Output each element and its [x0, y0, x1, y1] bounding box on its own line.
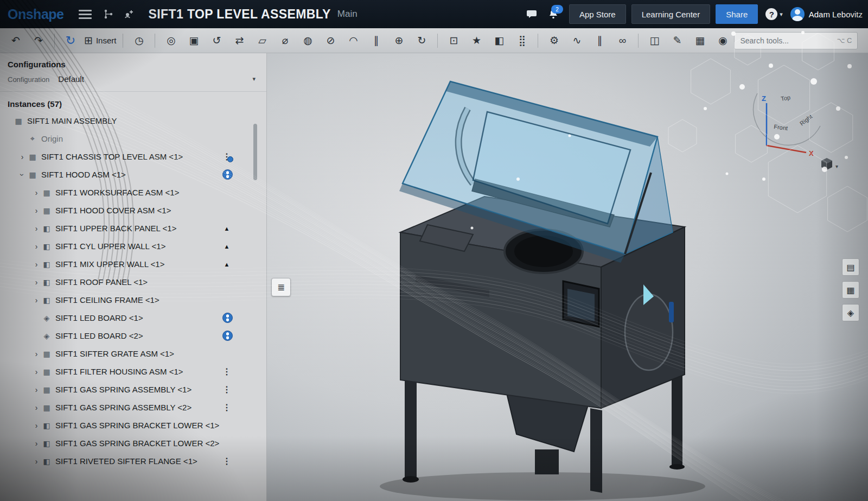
- interference-warning-icon[interactable]: ▲: [221, 243, 232, 250]
- chevron-right-icon[interactable]: ›: [31, 367, 41, 376]
- notes-panel-toggle[interactable]: ▤: [842, 258, 859, 276]
- chevron-right-icon[interactable]: ›: [31, 242, 41, 251]
- interference-warning-icon[interactable]: ▲: [221, 225, 232, 232]
- explode-icon[interactable]: ★: [466, 31, 487, 50]
- tree-item[interactable]: ›▦SIFT1 SIFTER GRATE ASM <1>: [0, 345, 266, 363]
- versions-icon[interactable]: [103, 9, 114, 20]
- tree-item[interactable]: ▦SIFT1 MAIN ASSEMBLY: [0, 112, 266, 130]
- named-views-icon[interactable]: ◉: [712, 31, 733, 50]
- slider-mate-icon[interactable]: ⇄: [229, 31, 250, 50]
- tree-item[interactable]: ◈SIFT1 LED BOARD <1>: [0, 309, 266, 327]
- bom-panel-toggle[interactable]: ▦: [842, 281, 859, 299]
- mate-connector-icon[interactable]: ⋮: [221, 403, 232, 412]
- redo-icon[interactable]: ↷: [28, 31, 49, 50]
- group-icon[interactable]: ▣: [183, 31, 204, 50]
- help-menu[interactable]: ? ▾: [765, 8, 783, 20]
- tree-item[interactable]: ›◧SIFT1 GAS SPRING BRACKET LOWER <1>: [0, 416, 266, 434]
- search-tools-input[interactable]: Search tools... ⌥ C: [734, 32, 858, 49]
- app-store-button[interactable]: App Store: [569, 4, 626, 24]
- revolute-mate-icon[interactable]: [222, 169, 233, 180]
- tree-item[interactable]: ›▦SIFT1 HOOD ASM <1>: [0, 166, 266, 183]
- learning-center-button[interactable]: Learning Center: [631, 4, 711, 24]
- revolute-mate-icon[interactable]: [222, 331, 233, 341]
- chevron-right-icon[interactable]: ›: [31, 350, 41, 358]
- insert-icon[interactable]: ⊞Insert: [83, 31, 117, 50]
- chevron-right-icon[interactable]: ›: [31, 296, 41, 305]
- rotate-part-icon[interactable]: ↻: [411, 31, 432, 50]
- gear-relation-icon[interactable]: ⚙: [544, 31, 564, 50]
- pin-slot-mate-icon[interactable]: ⊘: [320, 31, 341, 50]
- mate-connector-icon[interactable]: ⋮: [221, 385, 232, 394]
- tree-item[interactable]: ›◧SIFT1 RIVETED SIFTER FLANGE <1>⋮: [0, 452, 266, 470]
- chevron-right-icon[interactable]: ›: [31, 188, 41, 197]
- mate-connector-icon[interactable]: ⋮: [221, 367, 232, 376]
- tangent-mate-icon[interactable]: ◠: [343, 31, 363, 50]
- chevron-right-icon[interactable]: ›: [31, 260, 41, 269]
- tree-item-label: SIFT1 CYL UPPER WALL <1>: [55, 242, 165, 251]
- in-context-icon[interactable]: ⋮: [221, 153, 232, 161]
- tree-item[interactable]: ◈SIFT1 LED BOARD <2>: [0, 327, 266, 345]
- hamburger-menu-icon[interactable]: [79, 10, 92, 19]
- undo-icon[interactable]: ↶: [5, 31, 26, 50]
- follow-mode-icon[interactable]: [124, 9, 135, 20]
- user-avatar[interactable]: [790, 7, 805, 21]
- chevron-right-icon[interactable]: ›: [31, 439, 41, 448]
- tree-item[interactable]: ›▦SIFT1 FILTER HOUSING ASM <1>⋮: [0, 363, 266, 380]
- tree-item[interactable]: ›▦SIFT1 GAS SPRING ASSEMBLY <1>⋮: [0, 380, 266, 398]
- chevron-down-icon[interactable]: ›: [18, 170, 27, 180]
- tree-item[interactable]: ›◧SIFT1 GAS SPRING BRACKET LOWER <2>: [0, 434, 266, 452]
- revolute-mate-icon[interactable]: ↺: [206, 31, 227, 50]
- tree-item[interactable]: ›▦SIFT1 GAS SPRING ASSEMBLY <2>⋮: [0, 398, 266, 416]
- chevron-right-icon[interactable]: ›: [31, 224, 41, 233]
- revolute-mate-icon[interactable]: [222, 313, 233, 323]
- move-part-icon[interactable]: ⊕: [388, 31, 409, 50]
- assembly-icon: ▦: [41, 188, 52, 197]
- tree-item[interactable]: ›◧SIFT1 MIX UPPER WALL <1>▲: [0, 255, 266, 273]
- configuration-dropdown[interactable]: Configuration Default ▾: [0, 70, 266, 92]
- drawing-icon[interactable]: ✎: [667, 31, 687, 50]
- mate-icon[interactable]: ◎: [161, 31, 181, 50]
- rack-pinion-relation-icon[interactable]: ∥: [589, 31, 610, 50]
- chevron-right-icon[interactable]: ›: [31, 385, 41, 394]
- comments-icon[interactable]: [526, 9, 538, 20]
- chevron-right-icon[interactable]: ›: [31, 403, 41, 412]
- graphics-viewport[interactable]: [267, 53, 868, 501]
- chevron-right-icon[interactable]: ›: [31, 206, 41, 215]
- features-list-toggle[interactable]: ≣: [271, 278, 291, 296]
- snapshot-icon[interactable]: ⊡: [443, 31, 464, 50]
- panel-scrollbar[interactable]: [253, 124, 257, 180]
- tree-item[interactable]: ›▦SIFT1 WORKSURFACE ASM <1>: [0, 183, 266, 201]
- update-document-icon[interactable]: ↻: [60, 31, 81, 50]
- chevron-right-icon[interactable]: ›: [31, 421, 41, 430]
- display-states-icon[interactable]: ◧: [489, 31, 509, 50]
- configuration-panel-toggle[interactable]: ◈: [842, 304, 859, 321]
- screw-relation-icon[interactable]: ∿: [566, 31, 587, 50]
- tree-item[interactable]: ⌖Origin: [0, 130, 266, 148]
- interference-warning-icon[interactable]: ▲: [221, 261, 232, 268]
- tree-item-label: SIFT1 SIFTER GRATE ASM <1>: [55, 349, 174, 358]
- cylindrical-mate-icon[interactable]: ⌀: [275, 31, 295, 50]
- onshape-logo[interactable]: Onshape: [8, 7, 63, 22]
- tree-item[interactable]: ›▦SIFT1 HOOD COVER ASM <1>: [0, 201, 266, 219]
- notifications-bell-icon[interactable]: 2: [548, 9, 559, 20]
- chevron-right-icon[interactable]: ›: [31, 278, 41, 287]
- planar-mate-icon[interactable]: ▱: [252, 31, 272, 50]
- tree-item[interactable]: ›◧SIFT1 CEILING FRAME <1>: [0, 291, 266, 309]
- pattern-icon[interactable]: ⣿: [512, 31, 532, 50]
- assembly-icon: ▦: [41, 206, 52, 215]
- belt-relation-icon[interactable]: ∞: [612, 31, 633, 50]
- history-icon[interactable]: ◷: [129, 31, 149, 50]
- share-button[interactable]: Share: [716, 4, 758, 24]
- tree-item[interactable]: ›◧SIFT1 ROOF PANEL <1>: [0, 273, 266, 291]
- tree-item[interactable]: ›◧SIFT1 UPPER BACK PANEL <1>▲: [0, 219, 266, 237]
- chevron-right-icon[interactable]: ›: [31, 457, 41, 466]
- parallel-mate-icon[interactable]: ∥: [366, 31, 386, 50]
- ball-mate-icon[interactable]: ◍: [297, 31, 318, 50]
- tree-item[interactable]: ›▦SIFT1 CHASSIS TOP LEVEL ASM <1>⋮: [0, 148, 266, 166]
- mate-connector-icon[interactable]: ⋮: [221, 457, 232, 466]
- chevron-right-icon[interactable]: ›: [17, 153, 27, 161]
- bom-icon[interactable]: ▦: [690, 31, 710, 50]
- sheet-metal-table-icon[interactable]: ◫: [644, 31, 665, 50]
- toolbar-divider: [155, 34, 155, 48]
- tree-item[interactable]: ›◧SIFT1 CYL UPPER WALL <1>▲: [0, 237, 266, 255]
